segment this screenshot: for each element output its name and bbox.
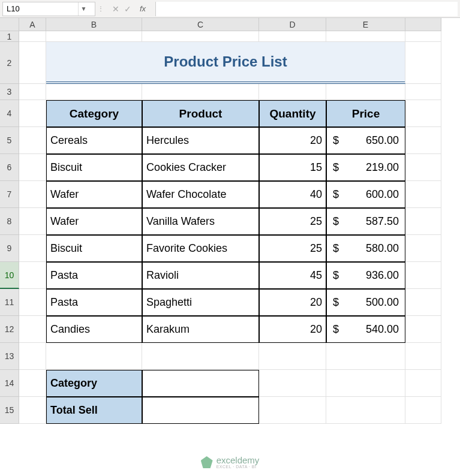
cell-category-2[interactable]: Wafer — [46, 181, 142, 208]
cell-D13[interactable] — [259, 343, 326, 370]
cell-D14[interactable] — [259, 370, 326, 397]
row-header-8[interactable]: 8 — [0, 208, 19, 235]
cell-price-4[interactable]: $580.00 — [326, 235, 405, 262]
cell-D15[interactable] — [259, 397, 326, 424]
row-header-2[interactable]: 2 — [0, 42, 19, 84]
cell-qty-3[interactable]: 25 — [259, 208, 326, 235]
row-header-11[interactable]: 11 — [0, 289, 19, 316]
cancel-icon[interactable]: ✕ — [112, 4, 119, 14]
row-header-1[interactable]: 1 — [0, 31, 19, 42]
col-header-E[interactable]: E — [326, 18, 405, 31]
cell-category-6[interactable]: Pasta — [46, 289, 142, 316]
cell-category-4[interactable]: Biscuit — [46, 235, 142, 262]
cell-D1[interactable] — [259, 31, 326, 42]
cell-A4[interactable] — [19, 100, 46, 127]
cell-E15[interactable] — [326, 397, 405, 424]
cell-product-1[interactable]: Cookies Cracker — [142, 154, 259, 181]
cell-F8[interactable] — [405, 208, 441, 235]
cell-F3[interactable] — [405, 84, 441, 100]
cell-F6[interactable] — [405, 154, 441, 181]
cell-F11[interactable] — [405, 289, 441, 316]
cell-A11[interactable] — [19, 289, 46, 316]
fx-icon[interactable]: fx — [136, 4, 149, 13]
summary-total-value[interactable] — [142, 397, 259, 424]
summary-total-label[interactable]: Total Sell — [46, 397, 142, 424]
cell-A6[interactable] — [19, 154, 46, 181]
cell-F4[interactable] — [405, 100, 441, 127]
confirm-icon[interactable]: ✓ — [124, 4, 131, 14]
row-header-14[interactable]: 14 — [0, 370, 19, 397]
cell-A5[interactable] — [19, 127, 46, 154]
cell-category-3[interactable]: Wafer — [46, 208, 142, 235]
cell-B1[interactable] — [46, 31, 142, 42]
cell-product-2[interactable]: Wafer Chocolate — [142, 181, 259, 208]
cell-F14[interactable] — [405, 370, 441, 397]
cell-product-0[interactable]: Hercules — [142, 127, 259, 154]
cell-qty-6[interactable]: 20 — [259, 289, 326, 316]
cell-E13[interactable] — [326, 343, 405, 370]
cell-product-7[interactable]: Karakum — [142, 316, 259, 343]
col-header-blank[interactable] — [405, 18, 441, 31]
cell-qty-4[interactable]: 25 — [259, 235, 326, 262]
cell-F1[interactable] — [405, 31, 441, 42]
th-product[interactable]: Product — [142, 100, 259, 127]
page-title[interactable]: Product Price List — [46, 42, 405, 84]
name-box-dropdown-icon[interactable]: ▼ — [78, 2, 89, 16]
cell-A2[interactable] — [19, 42, 46, 84]
cell-A10[interactable] — [19, 262, 46, 289]
cell-category-7[interactable]: Candies — [46, 316, 142, 343]
cell-category-5[interactable]: Pasta — [46, 262, 142, 289]
cell-qty-5[interactable]: 45 — [259, 262, 326, 289]
cell-F5[interactable] — [405, 127, 441, 154]
cell-qty-7[interactable]: 20 — [259, 316, 326, 343]
cell-C1[interactable] — [142, 31, 259, 42]
row-header-9[interactable]: 9 — [0, 235, 19, 262]
row-header-4[interactable]: 4 — [0, 100, 19, 127]
cell-B13[interactable] — [46, 343, 142, 370]
cell-E14[interactable] — [326, 370, 405, 397]
summary-category-label[interactable]: Category — [46, 370, 142, 397]
cell-A12[interactable] — [19, 316, 46, 343]
row-header-10[interactable]: 10 — [0, 262, 19, 289]
th-price[interactable]: Price — [326, 100, 405, 127]
th-quantity[interactable]: Quantity — [259, 100, 326, 127]
cell-F12[interactable] — [405, 316, 441, 343]
name-box[interactable] — [3, 3, 78, 14]
cell-price-6[interactable]: $500.00 — [326, 289, 405, 316]
cell-C3[interactable] — [142, 84, 259, 100]
row-header-5[interactable]: 5 — [0, 127, 19, 154]
cell-B3[interactable] — [46, 84, 142, 100]
cell-A7[interactable] — [19, 181, 46, 208]
cell-E1[interactable] — [326, 31, 405, 42]
cell-A1[interactable] — [19, 31, 46, 42]
cell-price-1[interactable]: $219.00 — [326, 154, 405, 181]
cell-F10[interactable] — [405, 262, 441, 289]
cell-F13[interactable] — [405, 343, 441, 370]
cell-A13[interactable] — [19, 343, 46, 370]
cell-F9[interactable] — [405, 235, 441, 262]
cell-price-5[interactable]: $936.00 — [326, 262, 405, 289]
cell-A9[interactable] — [19, 235, 46, 262]
th-category[interactable]: Category — [46, 100, 142, 127]
cell-A8[interactable] — [19, 208, 46, 235]
row-header-6[interactable]: 6 — [0, 154, 19, 181]
summary-category-value[interactable] — [142, 370, 259, 397]
cell-product-5[interactable]: Ravioli — [142, 262, 259, 289]
row-header-3[interactable]: 3 — [0, 84, 19, 100]
select-all-corner[interactable] — [0, 18, 19, 31]
cell-category-1[interactable]: Biscuit — [46, 154, 142, 181]
cell-product-6[interactable]: Spaghetti — [142, 289, 259, 316]
row-header-13[interactable]: 13 — [0, 343, 19, 370]
cell-product-4[interactable]: Favorite Cookies — [142, 235, 259, 262]
row-header-15[interactable]: 15 — [0, 397, 19, 424]
formula-input[interactable] — [155, 2, 458, 16]
cell-product-3[interactable]: Vanilla Wafers — [142, 208, 259, 235]
cell-A15[interactable] — [19, 397, 46, 424]
cell-category-0[interactable]: Cereals — [46, 127, 142, 154]
row-header-12[interactable]: 12 — [0, 316, 19, 343]
row-header-7[interactable]: 7 — [0, 181, 19, 208]
cell-qty-2[interactable]: 40 — [259, 181, 326, 208]
cell-price-0[interactable]: $650.00 — [326, 127, 405, 154]
cell-price-2[interactable]: $600.00 — [326, 181, 405, 208]
col-header-B[interactable]: B — [46, 18, 142, 31]
